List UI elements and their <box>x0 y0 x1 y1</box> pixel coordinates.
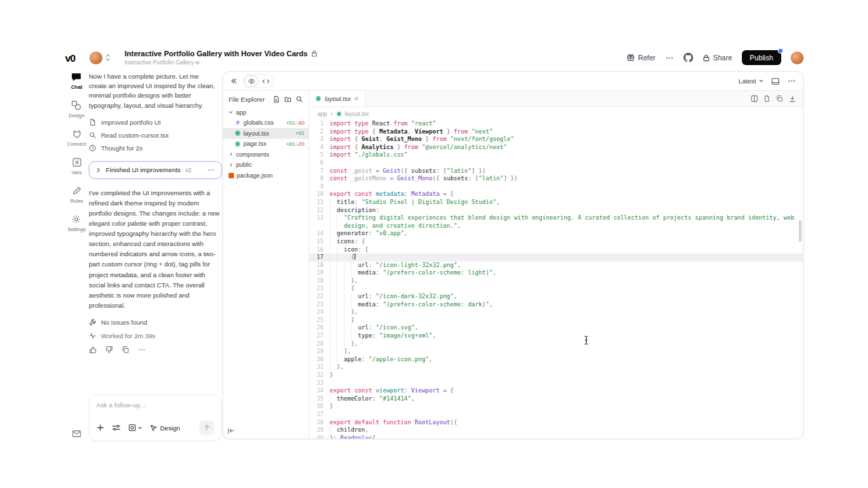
header-more-button[interactable] <box>665 54 674 62</box>
follow-up-input[interactable] <box>96 401 214 409</box>
file-package-json[interactable]: package.json <box>223 170 309 181</box>
code-line[interactable]: 1import type React from "react" <box>309 120 803 128</box>
user-avatar[interactable] <box>791 52 804 64</box>
design-mode-chip[interactable]: Design <box>150 424 180 432</box>
code-line[interactable]: 27 type: "image/svg+xml", <box>309 332 803 340</box>
breadcrumb-file[interactable]: layout.tsx <box>344 110 369 117</box>
sources-button[interactable] <box>128 424 142 432</box>
code-line[interactable]: 12 description: <box>309 207 803 215</box>
code-line[interactable]: 38export default function RootLayout({ <box>309 419 803 427</box>
code-line[interactable]: 37 <box>309 411 803 419</box>
task-thought[interactable]: Thought for 2s <box>89 143 222 153</box>
code-line[interactable]: 16 icon: [ <box>309 246 803 254</box>
code-line[interactable]: 5import "./globals.css" <box>309 151 803 159</box>
code-text: "Crafting digital experiences that blend… <box>330 214 803 222</box>
thumbs-down-button[interactable] <box>105 346 113 354</box>
open-preview-button[interactable] <box>771 77 780 85</box>
breadcrumb-root[interactable]: app <box>317 110 327 117</box>
code-line[interactable]: 2import type { Metadata, Viewport } from… <box>309 128 803 136</box>
code-line[interactable]: 20 }, <box>309 277 803 285</box>
project-avatar[interactable] <box>90 52 102 64</box>
editor-scrollbar[interactable] <box>799 220 802 242</box>
split-editor-button[interactable] <box>751 95 758 102</box>
rail-item-vars[interactable]: Vars <box>72 157 82 176</box>
folder-public[interactable]: public <box>223 160 309 171</box>
code-line[interactable]: 25 { <box>309 317 803 325</box>
task-improved-portfolio-ui[interactable]: Improved portfolio UI <box>89 117 222 127</box>
folder-components[interactable]: components <box>223 149 309 160</box>
download-button[interactable] <box>789 95 796 102</box>
code-line[interactable]: 11 title: "Studio Pixel | Digital Design… <box>309 199 803 207</box>
code-line[interactable]: 31 }, <box>309 363 803 371</box>
code-area[interactable]: 1import type React from "react"2import t… <box>309 120 803 439</box>
code-line[interactable]: 33 <box>309 380 803 388</box>
code-line[interactable]: 15 icons: { <box>309 238 803 246</box>
code-line[interactable]: 6 <box>309 159 803 167</box>
project-switcher-icon[interactable] <box>105 54 111 62</box>
file-layout-tsx[interactable]: layout.tsx +51 <box>223 128 309 139</box>
code-line[interactable]: 18 url: "/icon-light-32x32.png", <box>309 262 803 270</box>
code-line[interactable]: 35 themeColor: "#141414", <box>309 395 803 403</box>
rail-item-settings[interactable]: Settings <box>67 214 85 232</box>
code-line[interactable]: 28 }, <box>309 340 803 348</box>
code-line[interactable]: 24 }, <box>309 308 803 317</box>
code-line[interactable]: 40}: Readonly<{ <box>309 434 803 439</box>
code-line[interactable]: 4import { Analytics } from "@vercel/anal… <box>309 144 803 152</box>
file-info-button[interactable] <box>764 95 770 102</box>
tab-layout-tsx[interactable]: layout.tsx <box>309 91 366 106</box>
file-page-tsx[interactable]: page.tsx +81/-20 <box>223 139 309 150</box>
new-folder-button[interactable] <box>284 96 292 103</box>
folder-app[interactable]: app <box>223 107 309 118</box>
code-line[interactable]: 14 generator: "v0.app", <box>309 230 803 238</box>
rail-item-connect[interactable]: Connect <box>67 129 86 147</box>
new-file-button[interactable] <box>273 96 280 103</box>
code-line[interactable]: 23 media: "(prefers-color-scheme: dark)"… <box>309 301 803 309</box>
workspace-more-button[interactable] <box>787 77 796 85</box>
code-line[interactable]: 19 media: "(prefers-color-scheme: light)… <box>309 269 803 277</box>
task-read-custom-cursor[interactable]: Read custom-cursor.tsx <box>89 130 222 140</box>
code-line[interactable]: 22 url: "/icon-dark-32x32.png", <box>309 293 803 301</box>
file-globals-css[interactable]: # globals.css +51/-50 <box>223 118 309 129</box>
publish-button[interactable]: Publish <box>742 50 781 65</box>
refer-button[interactable]: Refer <box>627 54 656 62</box>
code-toggle-button[interactable] <box>258 75 273 87</box>
copy-code-button[interactable] <box>776 95 783 102</box>
code-line[interactable]: 9 <box>309 183 803 191</box>
code-line[interactable]: 8const _geistMono = Geist_Mono({ subsets… <box>309 175 803 183</box>
code-line[interactable]: 36} <box>309 403 803 411</box>
code-line[interactable]: 26 url: "/icon.svg", <box>309 324 803 332</box>
code-line[interactable]: 32} <box>309 371 803 380</box>
rail-item-rules[interactable]: Rules <box>70 186 83 204</box>
github-button[interactable] <box>684 53 693 62</box>
v0-logo[interactable]: v0 <box>65 52 75 64</box>
close-tab-button[interactable] <box>354 96 359 101</box>
preview-toggle-button[interactable] <box>244 75 258 87</box>
search-files-button[interactable] <box>296 96 303 103</box>
code-line[interactable]: 7const _geist = Geist({ subsets: ["latin… <box>309 167 803 176</box>
code-line[interactable]: 29 ], <box>309 348 803 356</box>
code-line[interactable]: 17 { <box>309 253 803 262</box>
code-line[interactable]: 10export const metadata: Metadata = { <box>309 190 803 199</box>
code-line[interactable]: design, and creative direction.", <box>309 222 803 230</box>
finished-ui-improvements-card[interactable]: Finished UI improvements v2 <box>89 161 222 179</box>
share-button[interactable]: Share <box>703 54 732 62</box>
copy-message-button[interactable] <box>121 346 130 354</box>
version-dropdown[interactable]: Latest <box>738 77 764 85</box>
message-more-button[interactable] <box>138 346 146 354</box>
card-more-button[interactable] <box>207 166 215 174</box>
collapse-explorer-button[interactable] <box>223 423 309 439</box>
model-settings-button[interactable] <box>112 424 121 432</box>
thumbs-up-button[interactable] <box>89 346 97 354</box>
send-button[interactable] <box>199 420 214 435</box>
code-line[interactable]: 34export const viewport: Viewport = { <box>309 387 803 395</box>
code-line[interactable]: 21 { <box>309 285 803 293</box>
code-line[interactable]: 13 "Crafting digital experiences that bl… <box>309 214 803 222</box>
collapse-panel-button[interactable] <box>230 77 237 85</box>
code-line[interactable]: 39 children, <box>309 426 803 434</box>
code-line[interactable]: 30 apple: "/apple-icon.png", <box>309 356 803 364</box>
attach-button[interactable] <box>96 424 104 432</box>
feedback-mail-button[interactable] <box>72 430 81 438</box>
rail-item-design[interactable]: Design <box>68 100 84 119</box>
code-line[interactable]: 3import { Geist, Geist_Mono } from "next… <box>309 136 803 144</box>
rail-item-chat[interactable]: Chat <box>71 72 83 90</box>
